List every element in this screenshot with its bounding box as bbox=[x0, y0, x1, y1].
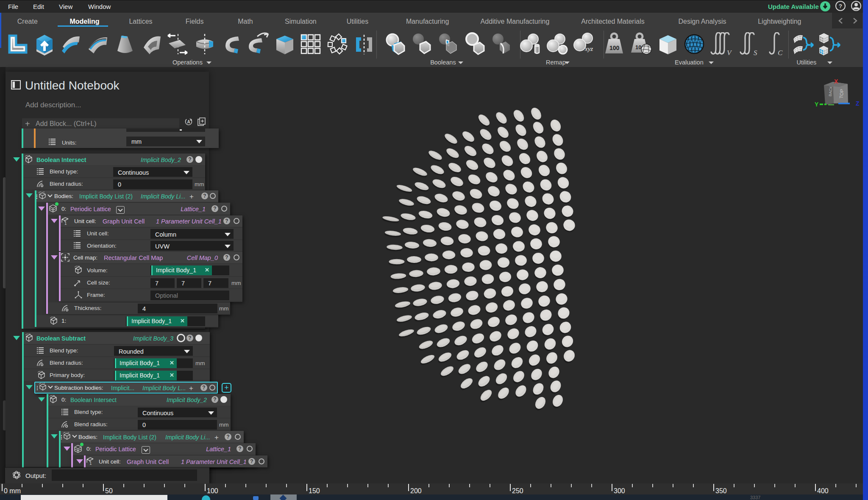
svg-text:1: 1 bbox=[89, 461, 92, 466]
svg-text:V: V bbox=[727, 49, 732, 56]
svg-text:xyz: xyz bbox=[584, 45, 593, 52]
svg-text:Z: Z bbox=[856, 100, 860, 107]
svg-text:1: 1 bbox=[64, 221, 67, 226]
svg-text:X: X bbox=[834, 78, 838, 85]
svg-text:10: 10 bbox=[635, 44, 641, 50]
svg-text:TOP: TOP bbox=[839, 89, 845, 98]
svg-text:100: 100 bbox=[609, 45, 620, 51]
svg-text:Y: Y bbox=[815, 101, 819, 108]
svg-text:S: S bbox=[754, 49, 757, 56]
svg-text:C: C bbox=[778, 49, 783, 56]
svg-text:BACK: BACK bbox=[828, 86, 833, 96]
svg-text:A: A bbox=[187, 120, 190, 124]
